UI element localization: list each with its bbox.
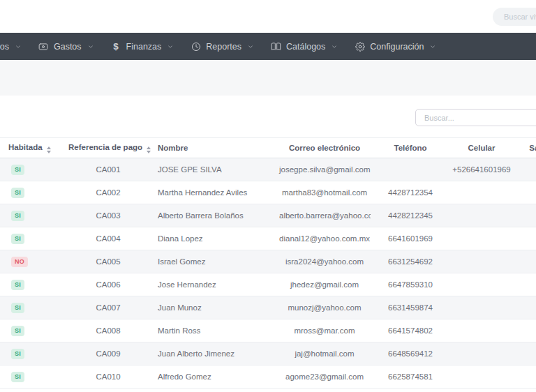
nav-menu: IngresosGastos$FinanzasReportesCatálogos…: [0, 33, 445, 60]
cell-referencia: CA006: [64, 273, 153, 296]
table-row: NOCA005Israel Gomezisra2024@yahoo.com663…: [0, 250, 536, 273]
cell-habitada: SI: [0, 204, 64, 227]
nav-item-finanzas[interactable]: $Finanzas: [103, 33, 183, 60]
chevron-down-icon: [15, 43, 22, 50]
cell-correo: alberto.barrera@yahoo.com.mx: [278, 204, 371, 227]
cell-habitada: SI: [0, 158, 64, 181]
main-navbar: IngresosGastos$FinanzasReportesCatálogos…: [0, 33, 536, 60]
cell-nombre: JOSE GPE SILVA: [153, 158, 278, 181]
cell-referencia: CA004: [64, 227, 153, 250]
cell-referencia: CA010: [64, 365, 153, 389]
nav-item-label: Catálogos: [286, 42, 325, 52]
cell-saldo: $600.00: [513, 204, 536, 227]
cell-celular: [450, 273, 513, 296]
table-row: SICA004Diana Lopezdianal12@yahoo.com.mx6…: [0, 227, 536, 250]
cell-referencia: CA007: [64, 296, 153, 319]
gear-icon: [355, 41, 365, 52]
page-background-band: [0, 60, 536, 96]
cell-celular: +526641601969: [450, 158, 513, 181]
cell-referencia: CA001: [64, 158, 153, 181]
table-header-row: HabitadaReferencia de pagoNombreCorreo e…: [0, 138, 536, 158]
table-row: SICA007Juan Munozmunozj@yahoo.com6631459…: [0, 296, 536, 319]
nav-item-gastos[interactable]: Gastos: [30, 33, 103, 60]
column-header-label: Teléfono: [394, 144, 426, 152]
table-row: SICA003Alberto Barrera Bolañosalberto.ba…: [0, 204, 536, 227]
cell-saldo: $600.00: [513, 365, 536, 389]
status-badge: SI: [11, 326, 24, 336]
cash-icon: [38, 41, 49, 52]
table-row: SICA010Alfredo Gomezagome23@gmail.com662…: [0, 365, 536, 389]
cell-referencia: CA005: [64, 250, 153, 273]
cell-correo: isra2024@yahoo.com: [278, 250, 371, 273]
chevron-down-icon: [331, 43, 338, 50]
cell-saldo: $600.00: [513, 250, 536, 273]
column-header-label: Correo electrónico: [289, 144, 360, 152]
cell-celular: [450, 365, 513, 389]
cell-nombre: Juan Munoz: [153, 296, 278, 319]
cell-referencia: CA002: [64, 181, 153, 204]
cell-habitada: SI: [0, 342, 64, 365]
nav-item-label: Finanzas: [126, 42, 162, 52]
status-badge: SI: [11, 349, 24, 359]
table-search: [415, 109, 536, 126]
status-badge: SI: [11, 372, 24, 382]
chevron-down-icon: [429, 43, 436, 50]
cell-telefono: 6625874581: [371, 365, 450, 389]
status-badge: SI: [11, 280, 24, 290]
cell-nombre: Martin Ross: [153, 319, 278, 342]
app-window: IngresosGastos$FinanzasReportesCatálogos…: [0, 0, 536, 392]
nav-item-ingresos[interactable]: Ingresos: [0, 33, 30, 60]
column-header-celular: Celular: [450, 138, 513, 158]
cell-celular: [450, 342, 513, 365]
status-badge: SI: [11, 211, 24, 221]
cell-habitada: SI: [0, 296, 64, 319]
column-header-habitada[interactable]: Habitada: [0, 138, 64, 158]
nav-item-configuracion[interactable]: Configuración: [346, 33, 445, 60]
cell-celular: [450, 204, 513, 227]
top-search-input[interactable]: [502, 12, 536, 22]
table-row: SICA008Martin Rossmross@mar.com664157480…: [0, 319, 536, 342]
column-header-nombre: Nombre: [153, 138, 278, 158]
nav-item-label: Reportes: [206, 42, 241, 52]
cell-saldo: $600.00: [513, 273, 536, 296]
cell-telefono: [371, 158, 450, 181]
table-row: SICA006Jose Hernandezjhedez@gmail.com664…: [0, 273, 536, 296]
cell-correo: josegpe.silva@gmail.com: [278, 158, 371, 181]
cell-habitada: SI: [0, 319, 64, 342]
table-row: SICA002Martha Hernandez Avilesmartha83@h…: [0, 181, 536, 204]
cell-celular: [450, 250, 513, 273]
sort-icon: [147, 146, 151, 153]
chevron-down-icon: [247, 43, 254, 50]
nav-item-label: Configuración: [370, 42, 424, 52]
cell-celular: [450, 227, 513, 250]
topbar: [0, 0, 536, 33]
cell-celular: [450, 181, 513, 204]
nav-item-label: Ingresos: [0, 42, 9, 52]
chevron-down-icon: [167, 43, 174, 50]
cell-saldo: $0.00: [513, 158, 536, 181]
column-header-referencia-de-pago[interactable]: Referencia de pago: [64, 138, 153, 158]
cell-habitada: SI: [0, 365, 64, 389]
cell-correo: jhedez@gmail.com: [278, 273, 371, 296]
status-badge: SI: [11, 234, 24, 244]
column-header-saldo-actual: Saldo actual: [513, 138, 536, 158]
table-search-input[interactable]: [423, 113, 536, 123]
nav-item-catalogos[interactable]: Catálogos: [262, 33, 346, 60]
column-header-label: Referencia de pago: [68, 143, 142, 151]
top-search: [493, 8, 536, 26]
cell-saldo: $600.00: [513, 227, 536, 250]
book-icon: [271, 41, 281, 52]
cell-telefono: 4428712354: [371, 181, 450, 204]
column-header-correo-electronico: Correo electrónico: [278, 138, 371, 158]
cell-habitada: SI: [0, 181, 64, 204]
cell-telefono: 6648569412: [371, 342, 450, 365]
nav-item-reportes[interactable]: Reportes: [182, 33, 262, 60]
cell-telefono: 4428212345: [371, 204, 450, 227]
cell-saldo: $600.00: [513, 319, 536, 342]
column-header-label: Nombre: [158, 144, 188, 152]
cell-saldo: $600.00: [513, 181, 536, 204]
cell-correo: dianal12@yahoo.com.mx: [278, 227, 371, 250]
column-header-label: Saldo actual: [529, 144, 536, 152]
status-badge: SI: [11, 303, 24, 313]
cell-correo: martha83@hotmail.com: [278, 181, 371, 204]
